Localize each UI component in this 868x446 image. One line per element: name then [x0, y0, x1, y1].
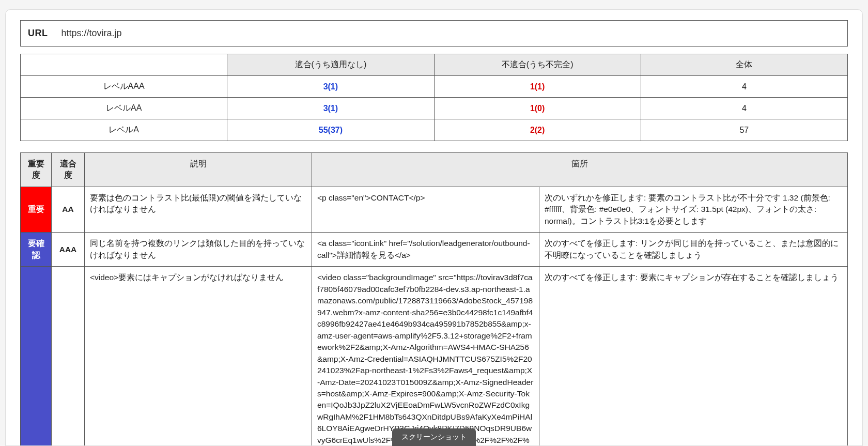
summary-row: レベルAAA 3(1) 1(1) 4 — [21, 76, 848, 98]
summary-header-empty — [21, 54, 227, 76]
summary-header-total: 全体 — [641, 54, 847, 76]
issues-header-level: 適合度 — [52, 153, 85, 187]
issue-importance — [21, 267, 52, 446]
issue-location: <a class="iconLink" href="/solution/lead… — [312, 233, 539, 267]
summary-level: レベルAA — [21, 98, 227, 119]
issues-header-importance: 重要度 — [21, 153, 52, 187]
summary-row: レベルA 55(37) 2(2) 57 — [21, 119, 848, 141]
issues-header-description: 説明 — [85, 153, 312, 187]
issue-description: 要素は色のコントラスト比(最低限)の閾値を満たしていなければなりません — [85, 187, 312, 232]
issue-row: 要確認 AAA 同じ名前を持つ複数のリンクは類似した目的を持っていなければなりま… — [21, 233, 848, 267]
summary-pass: 55(37) — [227, 119, 434, 141]
issue-description: <video>要素にはキャプションがなければなりません — [85, 267, 312, 446]
issue-level — [52, 267, 85, 446]
summary-total: 57 — [641, 119, 847, 141]
screenshot-button[interactable]: スクリーンショット — [392, 428, 476, 446]
issue-fix: 次のいずれかを修正します: 要素のコントラスト比が不十分です 1.32 (前景色… — [539, 187, 848, 232]
summary-row: レベルAA 3(1) 1(0) 4 — [21, 98, 848, 119]
summary-fail: 1(0) — [434, 98, 641, 119]
summary-total: 4 — [641, 76, 847, 98]
summary-level: レベルAAA — [21, 76, 227, 98]
url-box: URL https://tovira.jp — [20, 20, 848, 47]
summary-fail: 1(1) — [434, 76, 641, 98]
issue-description: 同じ名前を持つ複数のリンクは類似した目的を持っていなければなりません — [85, 233, 312, 267]
summary-header-pass: 適合(うち適用なし) — [227, 54, 434, 76]
issues-table: 重要度 適合度 説明 箇所 重要 AA 要素は色のコントラスト比(最低限)の閾値… — [20, 152, 848, 446]
issue-level: AA — [52, 187, 85, 232]
url-label: URL — [28, 28, 48, 39]
issue-row: 重要 AA 要素は色のコントラスト比(最低限)の閾値を満たしていなければなりませ… — [21, 187, 848, 232]
summary-pass: 3(1) — [227, 98, 434, 119]
summary-header-fail: 不適合(うち不完全) — [434, 54, 641, 76]
summary-total: 4 — [641, 98, 847, 119]
url-value: https://tovira.jp — [61, 28, 122, 39]
issue-importance: 要確認 — [21, 233, 52, 267]
summary-table: 適合(うち適用なし) 不適合(うち不完全) 全体 レベルAAA 3(1) 1(1… — [20, 54, 848, 141]
issue-location: <p class="en">CONTACT</p> — [312, 187, 539, 232]
issue-location: <video class="backgroundImage" src="http… — [312, 267, 539, 446]
summary-pass: 3(1) — [227, 76, 434, 98]
summary-fail: 2(2) — [434, 119, 641, 141]
issue-importance: 重要 — [21, 187, 52, 232]
issue-fix: 次のすべてを修正します: リンクが同じ目的を持っていること、または意図的に不明瞭… — [539, 233, 848, 267]
issue-level: AAA — [52, 233, 85, 267]
report-page: URL https://tovira.jp 適合(うち適用なし) 不適合(うち不… — [5, 9, 863, 446]
summary-level: レベルA — [21, 119, 227, 141]
issues-header-location: 箇所 — [312, 153, 848, 187]
issue-fix: 次のすべてを修正します: 要素にキャプションが存在することを確認しましょう — [539, 267, 848, 446]
issue-row: <video>要素にはキャプションがなければなりません <video class… — [21, 267, 848, 446]
